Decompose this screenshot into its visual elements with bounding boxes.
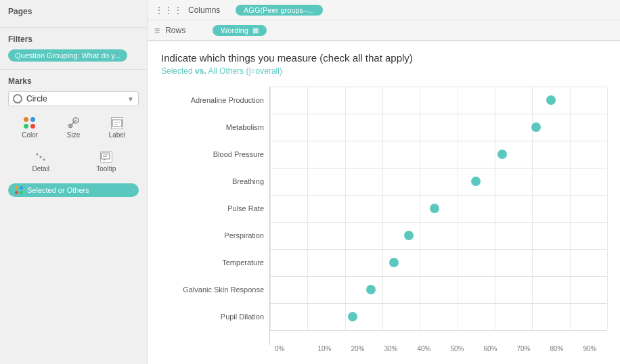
tooltip-label: Tooltip (96, 165, 116, 173)
x-axis-tick: 60% (474, 345, 507, 352)
columns-pill[interactable]: AGG(Peer groups--... (236, 5, 323, 16)
columns-label: Columns (188, 5, 236, 15)
subtitle-rest: All Others (|=overall) (208, 66, 282, 76)
rows-label: Rows (165, 26, 213, 35)
data-dot (348, 312, 357, 321)
marks-icons-row: Color Size Label (8, 113, 139, 141)
color-icon (24, 117, 36, 129)
selected-others-icon (15, 186, 23, 194)
shelves: ⋮⋮⋮ Columns AGG(Peer groups--... ≡ Rows … (148, 0, 620, 41)
x-axis-tick: 80% (540, 345, 573, 352)
color-button[interactable]: Color (8, 113, 51, 141)
detail-icon (35, 151, 47, 163)
svg-point-7 (43, 159, 45, 161)
x-axis-tick: 0% (275, 345, 308, 352)
rows-pill-text: Wording (221, 26, 248, 35)
marks-type-dropdown-arrow: ▼ (127, 95, 134, 103)
grid-line (607, 87, 608, 330)
label-icon (111, 117, 123, 129)
y-axis-label: Adrenaline Production (161, 87, 264, 114)
label-button[interactable]: Label (95, 113, 139, 141)
svg-rect-2 (112, 120, 122, 127)
y-axis-label: Pupil Dilation (161, 303, 264, 330)
tooltip-icon (100, 151, 112, 163)
size-label: Size (67, 131, 80, 139)
marks-title: Marks (8, 76, 139, 86)
chart-subtitle: Selected vs. All Others (|=overall) (161, 66, 606, 76)
detail-button[interactable]: Detail (8, 147, 74, 175)
data-dot (471, 177, 481, 186)
tooltip-button[interactable]: Tooltip (74, 147, 139, 175)
svg-rect-8 (102, 153, 110, 159)
y-axis-label: Pulse Rate (161, 195, 264, 222)
size-button[interactable]: Size (51, 113, 95, 141)
x-axis-tick: 10% (308, 345, 341, 352)
rows-shelf: ≡ Rows Wording ▦ (148, 20, 620, 41)
filter-pill[interactable]: Question Grouping: What do y... (8, 49, 127, 62)
color-label: Color (22, 131, 38, 139)
y-axis-label: Temperature (161, 249, 264, 276)
data-dot (366, 285, 376, 294)
x-axis-tick: 90% (573, 345, 606, 352)
rows-filter-icon: ▦ (252, 26, 259, 34)
pages-title: Pages (8, 7, 139, 16)
data-dot (531, 122, 541, 132)
left-panel: Pages Filters Question Grouping: What do… (0, 0, 148, 364)
marks-type-label: Circle (26, 94, 127, 104)
plot-area (269, 87, 606, 345)
subtitle-vs: vs. (195, 66, 206, 76)
selected-others-button[interactable]: Selected or Others (8, 183, 139, 197)
x-axis-tick: 70% (507, 345, 540, 352)
data-dot (404, 231, 414, 240)
y-axis-label: Perspiration (161, 222, 264, 249)
svg-point-5 (37, 154, 39, 156)
x-axis-tick: 50% (441, 345, 474, 352)
circle-mark-icon (13, 94, 22, 104)
data-dot (497, 150, 507, 159)
chart-inner: Adrenaline ProductionMetabolismBlood Pre… (161, 87, 606, 345)
y-axis-label: Metabolism (161, 114, 264, 141)
x-axis-tick: 30% (374, 345, 407, 352)
x-axis: 0%10%20%30%40%50%60%70%80%90% (161, 345, 606, 352)
selected-others-label: Selected or Others (27, 186, 89, 194)
size-icon (67, 117, 79, 129)
right-panel: ⋮⋮⋮ Columns AGG(Peer groups--... ≡ Rows … (148, 0, 620, 364)
y-axis-label: Galvanic Skin Response (161, 276, 264, 303)
columns-pill-text: AGG(Peer groups--... (244, 6, 315, 14)
y-axis: Adrenaline ProductionMetabolismBlood Pre… (161, 87, 269, 345)
y-axis-label: Blood Pressure (161, 141, 264, 168)
rows-icon: ≡ (154, 25, 160, 36)
data-dot (389, 258, 399, 267)
pages-section: Pages (0, 0, 147, 28)
label-label: Label (109, 131, 125, 139)
data-dot (430, 204, 439, 213)
x-axis-tick: 40% (407, 345, 441, 352)
chart-title: Indicate which things you measure (check… (161, 52, 606, 64)
chart-container: Adrenaline ProductionMetabolismBlood Pre… (161, 87, 606, 352)
x-axis-tick: 20% (341, 345, 374, 352)
filters-title: Filters (8, 35, 139, 44)
row-divider (270, 330, 606, 331)
marks-detail-tooltip-row: Detail Tooltip (8, 147, 139, 175)
svg-point-6 (40, 156, 42, 158)
marks-section: Marks Circle ▼ Color Size (0, 70, 147, 364)
chart-area: Indicate which things you measure (check… (148, 41, 620, 364)
columns-icon: ⋮⋮⋮ (154, 5, 183, 16)
subtitle-selected: Selected (161, 66, 193, 76)
rows-pill[interactable]: Wording ▦ (213, 25, 267, 36)
y-axis-label: Breathing (161, 168, 264, 195)
columns-shelf: ⋮⋮⋮ Columns AGG(Peer groups--... (148, 0, 620, 20)
marks-type-selector[interactable]: Circle ▼ (8, 91, 139, 106)
data-dot (546, 95, 556, 105)
detail-label: Detail (32, 165, 49, 173)
filters-section: Filters Question Grouping: What do y... (0, 28, 147, 70)
data-points (270, 87, 606, 330)
